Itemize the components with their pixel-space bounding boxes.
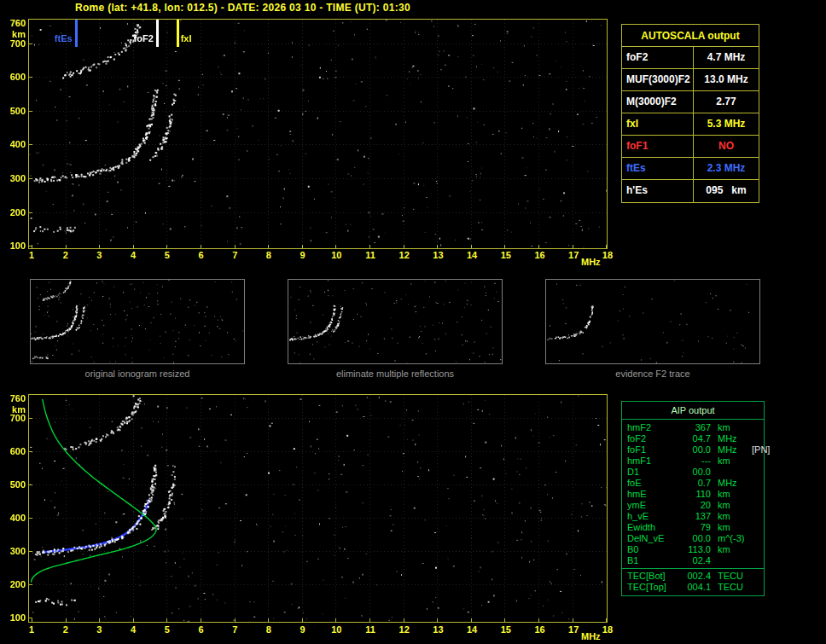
top-y-axis-label: 400 (2, 139, 26, 149)
autoscala-row-label: foF1 (622, 136, 694, 157)
autoscala-row-label: h'Es (622, 180, 694, 202)
bottom-x-axis-label: 3 (90, 624, 108, 635)
aip-row-value: 04.7 (675, 433, 711, 444)
aip-row-value: 0.7 (675, 478, 711, 489)
autoscala-row-label: ftEs (622, 158, 694, 179)
top-x-axis-label: 17 (565, 250, 582, 260)
aip-row-unit: m^(-3) (711, 533, 752, 544)
aip-row-label: foF1 (622, 444, 675, 455)
top-y-axis-label: 200 (2, 207, 26, 218)
aip-row-D1: D1 00.0 (622, 467, 764, 478)
top-x-axis-label: 2 (57, 250, 74, 260)
aip-row-extra (752, 555, 764, 566)
aip-row-extra (752, 422, 764, 433)
top-x-axis-label: 15 (497, 250, 515, 260)
aip-row-label: hmF2 (622, 422, 675, 433)
bottom-x-axis-label: 10 (328, 624, 345, 635)
autoscala-table-title: AUTOSCALA output (622, 25, 759, 47)
bottom-y-axis-label: 100 (2, 612, 26, 623)
aip-row-unit: km (711, 511, 752, 522)
bottom-x-axis-label: 1 (23, 624, 40, 635)
autoscala-row-value: 095 km (694, 180, 759, 202)
autoscala-row-m3000f2: M(3000)F2 2.77 (622, 91, 759, 113)
page-title: Rome (lat: +41.8, lon: 012.5) - DATE: 20… (75, 2, 410, 14)
aip-row-unit: km (711, 522, 752, 533)
aip-row-unit: TECU (711, 571, 752, 582)
aip-table-body: hmF2 367 km foF2 04.7 MHz foF1 00.0 MHz … (622, 420, 764, 568)
bottom-y-axis-label: 200 (2, 579, 26, 589)
aip-row-value: 113.0 (675, 544, 711, 555)
autoscala-row-value: 4.7 MHz (694, 47, 759, 68)
aip-row-value: 00.0 (675, 533, 711, 544)
autoscala-row-muf3000f2: MUF(3000)F2 13.0 MHz (622, 69, 759, 91)
aip-row-value: 00.0 (675, 467, 711, 478)
bottom-x-axis-label: 16 (532, 624, 549, 635)
aip-row-extra (752, 522, 764, 533)
aip-row-foE: foE 0.7 MHz (622, 478, 764, 489)
top-x-axis-label: 13 (429, 250, 446, 260)
autoscala-row-value: 2.77 (694, 91, 759, 113)
aip-row-extra (752, 511, 764, 522)
aip-row-unit: km (711, 544, 752, 555)
aip-output-table: AIP output hmF2 367 km foF2 04.7 MHz foF… (621, 401, 765, 596)
aip-row-extra (752, 582, 764, 593)
aip-row-extra (752, 544, 764, 555)
aip-row-B1: B1 02.4 (622, 555, 764, 566)
bottom-y-axis-label: 400 (2, 513, 26, 523)
aip-row-extra (752, 433, 764, 444)
top-x-axis-label: 11 (362, 250, 379, 260)
autoscala-row-hEs: h'Es 095 km (622, 180, 759, 202)
autoscala-row-fxI: fxI 5.3 MHz (622, 113, 759, 136)
bottom-x-axis-label: 9 (294, 624, 311, 635)
autoscala-row-value: 2.3 MHz (694, 158, 759, 179)
aip-row-value: 002.4 (675, 571, 711, 582)
aip-row-unit: km (711, 489, 752, 500)
autoscala-output-table: AUTOSCALA output foF2 4.7 MHz MUF(3000)F… (621, 24, 759, 203)
aip-row-label: foE (622, 478, 675, 489)
ftEs-legend-label: ftEs (45, 33, 73, 44)
aip-row-value: 00.0 (675, 444, 711, 455)
aip-row-extra (752, 500, 764, 511)
autoscala-row-label: M(3000)F2 (622, 91, 694, 113)
bottom-x-axis-label: 17 (565, 624, 582, 635)
aip-row-label: B0 (622, 544, 675, 555)
aip-row-label: TEC[Bot] (622, 571, 675, 582)
aip-row-hmF1: hmF1 --- km (622, 455, 764, 467)
bottom-x-axis-label: 15 (497, 624, 515, 635)
aip-row-foF1: foF1 00.0 MHz [PN] (622, 444, 764, 455)
aip-row-value: 137 (675, 511, 711, 522)
aip-row-DelN-vE: DelN_vE 00.0 m^(-3) (622, 533, 764, 544)
top-x-axis-label: 7 (226, 250, 243, 260)
bottom-y-axis-label: 500 (2, 479, 26, 490)
autoscala-row-label: fxI (622, 113, 694, 135)
aip-row-extra: [PN] (752, 444, 770, 455)
fxI-legend-label: fxI (181, 33, 192, 44)
top-y-axis-label: 600 (2, 72, 26, 82)
bottom-x-axis-label: 14 (463, 624, 480, 635)
fxI-marker-line (177, 20, 179, 47)
top-y-axis-label: 700 (2, 38, 26, 49)
top-x-axis-unit: MHz (581, 257, 607, 267)
aip-row-label: B1 (622, 555, 675, 566)
autoscala-row-value: 13.0 MHz (694, 69, 759, 90)
bottom-x-axis-label: 5 (159, 624, 176, 635)
thumbnail-caption-reflections: eliminate multiple reflections (288, 368, 503, 379)
aip-row-unit: km (711, 455, 752, 467)
aip-row-unit: km (711, 422, 752, 433)
thumbnail-caption-original: original ionogram resized (30, 368, 245, 379)
top-y-axis-label: 760 (2, 18, 26, 28)
bottom-y-axis-label: 300 (2, 546, 26, 556)
aip-row-tec-top: TEC[Top] 004.1 TECU (622, 582, 764, 593)
aip-row-value: 110 (675, 489, 711, 500)
thumbnail-evidence-f2-trace (545, 279, 760, 364)
aip-row-extra (752, 478, 764, 489)
aip-row-unit: MHz (711, 433, 752, 444)
aip-row-value: 79 (675, 522, 711, 533)
aip-row-value: 004.1 (675, 582, 711, 593)
autoscala-row-value: NO (694, 136, 759, 157)
aip-row-extra (752, 489, 764, 500)
foF2-legend-label: foF2 (126, 33, 154, 44)
aip-row-extra (752, 455, 764, 467)
aip-row-extra (752, 533, 764, 544)
bottom-x-axis-label: 13 (429, 624, 446, 635)
